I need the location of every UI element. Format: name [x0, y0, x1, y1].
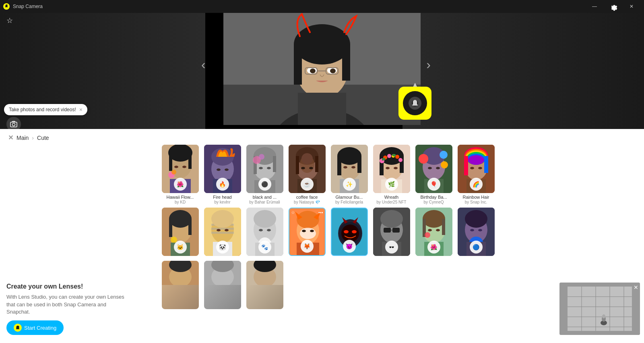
breadcrumb-current: Cute: [37, 135, 49, 141]
camera-icon: [10, 121, 17, 128]
svg-point-102: [478, 167, 482, 169]
close-button[interactable]: ✕: [622, 0, 641, 13]
svg-rect-8: [294, 44, 302, 85]
settings-icon[interactable]: [609, 3, 620, 15]
lens-card-r2-2[interactable]: 🐼: [203, 208, 242, 258]
lens-card-r3-1[interactable]: [161, 261, 199, 311]
lens-dots-r2-4[interactable]: •••: [318, 210, 323, 215]
start-creating-button[interactable]: Start Creating: [6, 320, 64, 335]
lens-thumb-firehead: 🔥: [204, 145, 241, 193]
favorite-icon[interactable]: ☆: [6, 16, 13, 25]
lens-card-r2-6[interactable]: 🕶️: [372, 208, 411, 258]
svg-point-89: [436, 167, 440, 169]
lens-icon-r2-6: 🕶️: [385, 241, 398, 254]
lens-thumb-r2-7: 🌺: [415, 208, 452, 256]
nav-next-arrow[interactable]: ›: [422, 53, 435, 76]
svg-point-162: [465, 210, 487, 228]
lens-by-glamourbu: by Felicilangela: [335, 200, 363, 204]
svg-rect-51: [296, 156, 299, 174]
lens-card-r2-7[interactable]: 🌺: [415, 208, 453, 258]
ghost-svg: [15, 325, 20, 330]
svg-point-106: [169, 210, 192, 228]
svg-rect-25: [169, 153, 172, 171]
lens-card-coffeeface[interactable]: ☕ coffee face by Natasya 💎: [288, 145, 326, 204]
svg-point-63: [343, 166, 347, 168]
lens-card-r2-3[interactable]: 🐾: [246, 208, 284, 258]
breadcrumb-main[interactable]: Main: [17, 135, 29, 141]
mini-preview-close-button[interactable]: ✕: [634, 284, 638, 291]
lens-card-r2-5[interactable]: 😈: [330, 208, 368, 258]
lens-icon-hawaii: 🌺: [174, 178, 187, 191]
breadcrumb-close[interactable]: ✕: [8, 134, 13, 141]
lens-card-r2-4[interactable]: ☆ ••• 🦊: [288, 208, 326, 258]
ghost-icon: [14, 324, 22, 332]
lens-thumb-r2-6: 🕶️: [373, 208, 410, 256]
svg-point-116: [211, 210, 234, 228]
svg-point-76: [398, 158, 402, 162]
svg-rect-26: [188, 153, 192, 169]
lens-star-r2-4[interactable]: ☆: [291, 210, 295, 215]
svg-point-21: [12, 123, 15, 126]
lens-grid-row2: 🐱 🐼: [153, 204, 644, 258]
screenshot-button[interactable]: [6, 117, 21, 129]
lens-card-rainbowhair[interactable]: 🌈 Rainbow Hair by Snap Inc.: [457, 145, 495, 204]
svg-point-146: [380, 210, 403, 228]
lens-by-rainbowhair: by Snap Inc.: [465, 200, 487, 204]
svg-point-80: [394, 167, 398, 169]
lens-thumb-r3-1: [162, 261, 199, 309]
lens-thumb-r2-5: 😈: [331, 208, 368, 256]
lens-card-birthdayba[interactable]: 🎈 Birthday Ba... by CynneQ: [415, 145, 453, 204]
tooltip-text: Take photos and record videos!: [9, 107, 76, 112]
create-lenses-desc: With Lens Studio, you can create your ow…: [6, 293, 127, 316]
svg-point-54: [301, 153, 313, 164]
lens-card-glamourbu[interactable]: ✨ Glamour Bu... by Felicilangela: [330, 145, 368, 204]
svg-point-188: [602, 314, 605, 318]
lens-card-hawaii[interactable]: 🌺 Hawaii Flow... by KD: [161, 145, 199, 204]
svg-rect-114: [211, 228, 234, 230]
lens-by-wreath: by Under25 NFT: [377, 200, 407, 204]
lens-card-r2-1[interactable]: 🐱: [161, 208, 199, 258]
lens-card-r3-3[interactable]: [246, 261, 284, 311]
create-lenses-panel: Create your own Lenses! With Lens Studio…: [6, 283, 127, 335]
svg-point-55: [301, 167, 305, 169]
lens-card-firehead[interactable]: 🔥 Fire head by kevlnr: [203, 145, 242, 204]
svg-point-164: [470, 229, 474, 231]
lens-thumb-coffeeface: ☕: [289, 145, 326, 193]
lens-thumb-r2-4: ☆ ••• 🦊: [289, 208, 326, 256]
svg-rect-9: [342, 44, 350, 81]
lens-by-firehead: by kevlnr: [214, 200, 230, 204]
lens-card-blackand[interactable]: ⚫ black and ... by Bahar Erümali: [246, 145, 284, 204]
lens-icon-birthdayba: 🎈: [427, 178, 440, 191]
svg-rect-108: [188, 219, 192, 235]
lens-icon-r2-4: 🦊: [301, 240, 314, 253]
lens-by-blackand: by Bahar Erümali: [249, 200, 280, 204]
lens-card-r2-8[interactable]: 🔵: [457, 208, 495, 258]
lens-thumb-wreath: 🌿: [373, 145, 410, 193]
nav-prev-arrow[interactable]: ‹: [197, 53, 210, 76]
svg-rect-99: [464, 156, 468, 175]
lens-by-coffeeface: by Natasya 💎: [294, 200, 320, 204]
svg-rect-155: [442, 219, 445, 235]
svg-point-35: [217, 168, 221, 171]
lens-name-blackand: black and ...: [253, 195, 277, 200]
app-icon: [3, 3, 10, 10]
lens-thumb-hawaii: 🌺: [162, 145, 199, 193]
snap-code-button[interactable]: [398, 87, 431, 120]
svg-point-13: [330, 69, 336, 73]
svg-point-87: [441, 161, 448, 168]
lens-card-r3-2[interactable]: [203, 261, 242, 311]
svg-point-153: [423, 210, 445, 228]
lens-icon-coffeeface: ☕: [301, 178, 314, 191]
svg-rect-148: [392, 228, 400, 233]
minimize-button[interactable]: —: [585, 0, 604, 13]
svg-point-124: [267, 229, 271, 231]
tooltip-close-icon[interactable]: ×: [79, 106, 83, 113]
lens-icon-glamourbu: ✨: [343, 178, 356, 191]
lens-thumb-glamourbu: ✨: [331, 145, 368, 193]
svg-point-165: [478, 229, 482, 231]
svg-rect-52: [315, 156, 318, 172]
lens-thumb-r2-8: 🔵: [458, 208, 495, 256]
lens-icon-r2-3: 🐾: [258, 241, 271, 254]
lens-thumb-r2-2: 🐼: [204, 208, 241, 256]
lens-card-wreath[interactable]: 🌿 Wreath by Under25 NFT: [372, 145, 411, 204]
